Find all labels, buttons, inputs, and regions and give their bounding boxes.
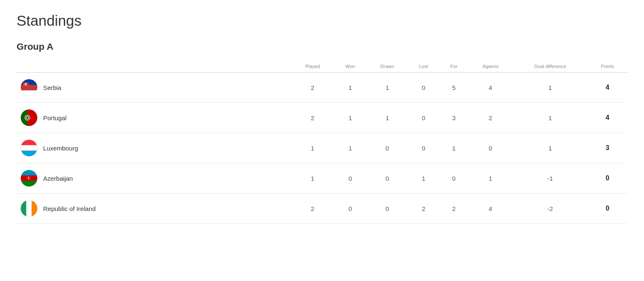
against-2: 0 [468, 133, 513, 163]
svg-point-9 [25, 84, 26, 85]
col-won: Won [334, 61, 367, 73]
points-2: 3 [588, 133, 627, 163]
col-team [17, 61, 292, 73]
drawn-3: 0 [367, 163, 408, 194]
played-2: 1 [292, 133, 334, 163]
col-goal-diff: Goal difference [513, 61, 588, 73]
against-3: 1 [468, 163, 513, 194]
flag-portugal [21, 109, 37, 126]
goal-diff-2: 1 [513, 133, 588, 163]
svg-text:☪: ☪ [27, 176, 31, 180]
page-title: Standings [17, 12, 627, 29]
played-0: 2 [292, 73, 334, 103]
won-3: 0 [334, 163, 367, 194]
drawn-0: 1 [367, 73, 408, 103]
for-1: 3 [440, 103, 468, 133]
team-name-0: Serbia [43, 84, 61, 91]
table-row: Portugal 2 1 1 0 3 2 1 4 [17, 103, 627, 133]
svg-rect-33 [32, 200, 37, 217]
lost-1: 0 [408, 103, 440, 133]
svg-point-17 [27, 117, 29, 119]
against-4: 4 [468, 194, 513, 224]
svg-rect-25 [21, 170, 37, 175]
flag-ireland [21, 200, 37, 217]
svg-rect-6 [21, 90, 37, 96]
team-name-2: Luxembourg [43, 145, 78, 152]
flag-azerbaijan: ☪ [21, 170, 37, 187]
goal-diff-0: 1 [513, 73, 588, 103]
table-body: Serbia 2 1 1 0 5 4 1 4 Portugal 2 1 1 [17, 73, 627, 224]
lost-4: 2 [408, 194, 440, 224]
svg-rect-22 [21, 151, 37, 156]
team-cell-0: Serbia [17, 73, 292, 103]
won-0: 1 [334, 73, 367, 103]
lost-3: 1 [408, 163, 440, 194]
standings-table: Played Won Drawn Lost For Against Goal d… [17, 61, 627, 224]
drawn-4: 0 [367, 194, 408, 224]
played-3: 1 [292, 163, 334, 194]
col-played: Played [292, 61, 334, 73]
flag-luxembourg [21, 140, 37, 156]
table-row: ☪ Azerbaijan 1 0 0 1 0 1 -1 0 [17, 163, 627, 194]
points-0: 4 [588, 73, 627, 103]
col-for: For [440, 61, 468, 73]
table-row: Republic of Ireland 2 0 0 2 2 4 -2 0 [17, 194, 627, 224]
standings-table-wrap: Played Won Drawn Lost For Against Goal d… [17, 61, 627, 224]
played-1: 2 [292, 103, 334, 133]
for-4: 2 [440, 194, 468, 224]
team-cell-4: Republic of Ireland [17, 194, 292, 224]
team-name-3: Azerbaijan [43, 175, 73, 182]
svg-rect-27 [21, 181, 37, 187]
for-2: 1 [440, 133, 468, 163]
won-1: 1 [334, 103, 367, 133]
flag-serbia [21, 79, 37, 96]
col-against: Against [468, 61, 513, 73]
lost-2: 0 [408, 133, 440, 163]
points-4: 0 [588, 194, 627, 224]
table-row: Serbia 2 1 1 0 5 4 1 4 [17, 73, 627, 103]
table-row: Luxembourg 1 1 0 0 1 0 1 3 [17, 133, 627, 163]
played-4: 2 [292, 194, 334, 224]
lost-0: 0 [408, 73, 440, 103]
drawn-1: 1 [367, 103, 408, 133]
against-1: 2 [468, 103, 513, 133]
drawn-2: 0 [367, 133, 408, 163]
for-3: 0 [440, 163, 468, 194]
goal-diff-4: -2 [513, 194, 588, 224]
team-name-4: Republic of Ireland [43, 205, 96, 212]
goal-diff-1: 1 [513, 103, 588, 133]
col-lost: Lost [408, 61, 440, 73]
col-drawn: Drawn [367, 61, 408, 73]
svg-rect-21 [21, 145, 37, 150]
won-2: 1 [334, 133, 367, 163]
against-0: 4 [468, 73, 513, 103]
for-0: 5 [440, 73, 468, 103]
col-points: Points [588, 61, 627, 73]
goal-diff-3: -1 [513, 163, 588, 194]
team-name-1: Portugal [43, 114, 67, 121]
points-3: 0 [588, 163, 627, 194]
group-label: Group A [17, 41, 627, 52]
points-1: 4 [588, 103, 627, 133]
table-header: Played Won Drawn Lost For Against Goal d… [17, 61, 627, 73]
won-4: 0 [334, 194, 367, 224]
team-cell-2: Luxembourg [17, 133, 292, 163]
team-cell-3: ☪ Azerbaijan [17, 163, 292, 194]
svg-rect-31 [21, 200, 26, 217]
team-cell-1: Portugal [17, 103, 292, 133]
svg-rect-20 [21, 140, 37, 145]
svg-rect-32 [26, 200, 32, 217]
